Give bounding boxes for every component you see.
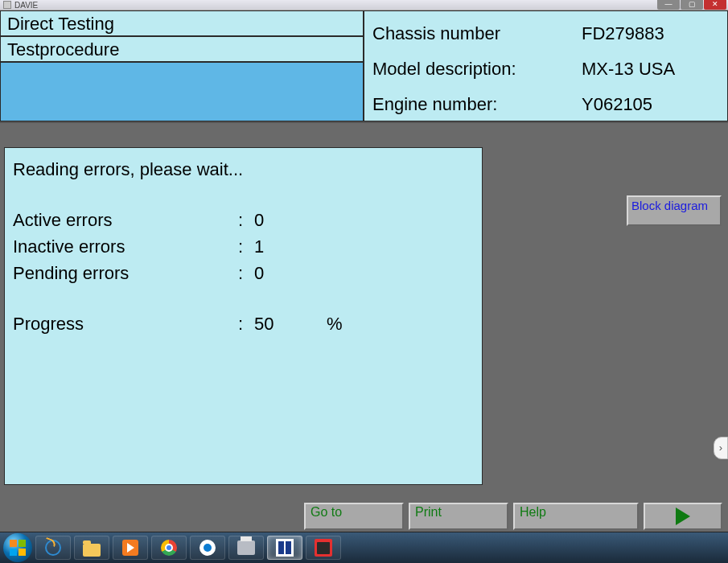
progress-label: Progress [13, 310, 238, 337]
window-minimize-button[interactable]: — [657, 0, 680, 10]
pending-errors-value: 0 [254, 260, 327, 286]
taskbar-ie[interactable] [35, 536, 71, 560]
print-button[interactable]: Print [409, 503, 508, 530]
pending-errors-label: Pending errors [13, 260, 238, 286]
side-area: Block diagram › [483, 147, 728, 481]
taskbar-explorer[interactable] [74, 536, 109, 560]
inactive-errors-value: 1 [254, 233, 327, 260]
colon: : [238, 207, 254, 233]
media-icon [122, 540, 138, 556]
play-icon [676, 508, 690, 525]
truck-icon [315, 539, 332, 557]
chassis-value: FD279883 [582, 23, 719, 44]
next-button[interactable] [644, 503, 722, 530]
start-button[interactable] [3, 533, 32, 562]
header: Direct Testing Testprocedure Chassis num… [0, 10, 728, 123]
taskbar-truck[interactable] [306, 536, 341, 560]
progress-value: 50 [254, 310, 327, 337]
inactive-errors-label: Inactive errors [13, 233, 238, 260]
block-diagram-button[interactable]: Block diagram [627, 195, 722, 226]
window-close-button[interactable]: ✕ [704, 0, 726, 10]
engine-value: Y062105 [582, 94, 719, 115]
model-label: Model description: [372, 59, 582, 80]
vehicle-info-panel: Chassis number FD279883 Model descriptio… [364, 10, 728, 121]
breadcrumb-direct-testing[interactable]: Direct Testing [0, 10, 364, 36]
engine-label: Engine number: [372, 94, 582, 115]
progress-unit: % [327, 310, 359, 337]
main-area: Reading errors, please wait... Active er… [0, 123, 728, 481]
window-maximize-button[interactable]: ▢ [681, 0, 703, 10]
chrome-icon [161, 540, 177, 556]
taskbar-teamviewer[interactable] [190, 536, 225, 560]
chassis-label: Chassis number [372, 23, 582, 44]
side-expand-tab[interactable]: › [714, 437, 728, 459]
windows-taskbar [0, 532, 728, 563]
breadcrumb-testprocedure[interactable]: Testprocedure [0, 36, 364, 62]
colon: : [238, 260, 254, 286]
app-icon [3, 1, 11, 9]
help-button[interactable]: Help [513, 503, 639, 530]
ie-icon [45, 540, 61, 556]
davie-icon [276, 539, 294, 557]
breadcrumb-current[interactable] [0, 62, 364, 121]
colon: : [238, 310, 254, 337]
taskbar-printer[interactable] [228, 536, 264, 560]
active-errors-value: 0 [254, 207, 327, 233]
bottom-toolbar: Go to Print Help [0, 503, 728, 530]
app-frame: Direct Testing Testprocedure Chassis num… [0, 10, 728, 532]
window-title: DAVIE [14, 1, 38, 10]
taskbar-media[interactable] [113, 536, 148, 560]
status-title: Reading errors, please wait... [13, 156, 474, 183]
model-value: MX-13 USA [582, 59, 719, 80]
teamviewer-icon [199, 540, 216, 556]
window-titlebar: DAVIE — ▢ ✕ [0, 0, 728, 10]
printer-icon [237, 540, 255, 555]
folder-icon [83, 544, 101, 557]
taskbar-chrome[interactable] [151, 536, 187, 560]
active-errors-label: Active errors [13, 207, 238, 233]
goto-button[interactable]: Go to [304, 503, 404, 530]
colon: : [238, 233, 254, 260]
taskbar-davie[interactable] [267, 536, 302, 560]
status-panel: Reading errors, please wait... Active er… [4, 147, 483, 485]
header-left: Direct Testing Testprocedure [0, 10, 364, 121]
